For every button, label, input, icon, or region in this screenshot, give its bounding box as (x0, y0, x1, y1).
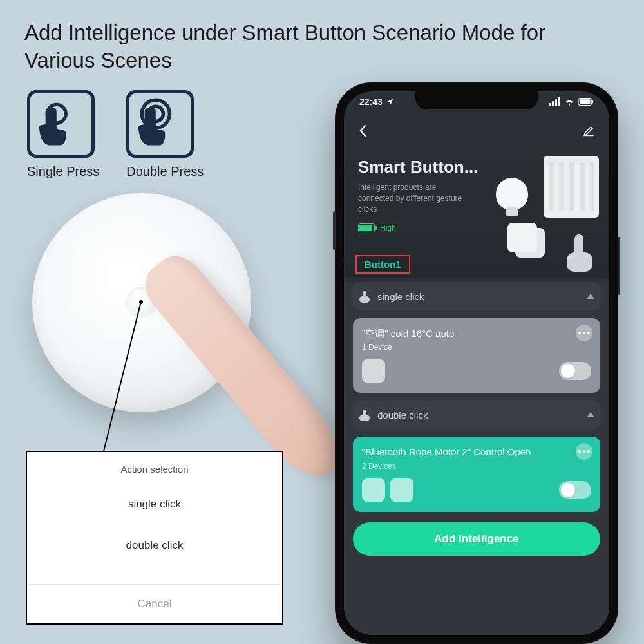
single-press-label: Single Press (27, 164, 99, 179)
device-battery-label: High (380, 223, 396, 232)
phone-notch (415, 91, 538, 109)
back-button[interactable] (358, 124, 368, 138)
device-thumb (362, 359, 385, 383)
popup-option-single-click[interactable]: single click (27, 484, 282, 525)
popup-option-double-click[interactable]: double click (27, 525, 282, 566)
card-more-button[interactable] (576, 325, 592, 341)
press-mode-icons: Single Press Double Press (27, 90, 204, 179)
lightbulb-icon (496, 178, 528, 210)
automation-card-ac[interactable]: "空调" cold 16°C auto 1 Device (353, 318, 600, 393)
edit-button[interactable] (582, 124, 595, 137)
card-subtitle: 2 Devices (362, 462, 591, 471)
phone-frame: 22:43 (335, 82, 618, 644)
page-subtitle: Intelligent products are connected by di… (358, 182, 474, 214)
collapse-arrow-icon (586, 411, 595, 419)
device-thumbnails (362, 359, 385, 383)
marketing-headline: Add Intelligence under Smart Button Scen… (24, 19, 604, 75)
add-intelligence-button[interactable]: Add intelligence (353, 522, 600, 556)
location-icon (386, 98, 394, 106)
device-thumbnails (362, 478, 413, 502)
smart-plug-icon (507, 223, 537, 252)
section-double-click-label: double click (377, 410, 428, 421)
card-title: "空调" cold 16°C auto (362, 327, 591, 340)
single-press-block: Single Press (27, 90, 99, 179)
pointing-hand-icon (563, 234, 595, 273)
card-title: "Bluetooth Rope Motor 2" Control:Open (362, 446, 591, 459)
svg-rect-4 (580, 99, 591, 104)
automation-toggle[interactable] (559, 362, 591, 380)
single-click-icon (358, 290, 371, 303)
app-body: single click "空调" cold 16°C auto 1 Devic… (344, 282, 609, 635)
hero-device-illustration (470, 156, 599, 265)
status-time: 22:43 (359, 97, 383, 107)
single-press-icon (27, 90, 95, 158)
action-selection-popup: Action selection single click double cli… (26, 451, 283, 625)
battery-icon (578, 98, 594, 106)
automation-toggle[interactable] (559, 481, 591, 499)
popup-cancel-button[interactable]: Cancel (27, 584, 282, 623)
svg-rect-5 (592, 100, 593, 104)
double-click-icon (358, 408, 371, 421)
cellular-signal-icon (549, 97, 560, 106)
double-press-label: Double Press (126, 164, 204, 179)
curtain-icon (544, 156, 599, 218)
app-header: Smart Button... Intelligent products are… (344, 91, 609, 278)
double-press-icon (126, 90, 194, 158)
tab-button1[interactable]: Button1 (355, 255, 410, 274)
section-single-click[interactable]: single click (353, 282, 600, 310)
device-battery-icon (358, 223, 375, 232)
collapse-arrow-icon (586, 292, 595, 300)
device-thumb (362, 478, 385, 502)
phone-screen: 22:43 (344, 91, 609, 635)
wifi-icon (564, 98, 574, 106)
automation-card-motor[interactable]: "Bluetooth Rope Motor 2" Control:Open 2 … (353, 437, 600, 511)
card-subtitle: 1 Device (362, 343, 591, 352)
section-double-click[interactable]: double click (353, 401, 600, 429)
double-press-block: Double Press (126, 90, 204, 179)
section-single-click-label: single click (377, 291, 424, 302)
popup-title: Action selection (27, 452, 282, 484)
device-thumb (390, 478, 413, 502)
